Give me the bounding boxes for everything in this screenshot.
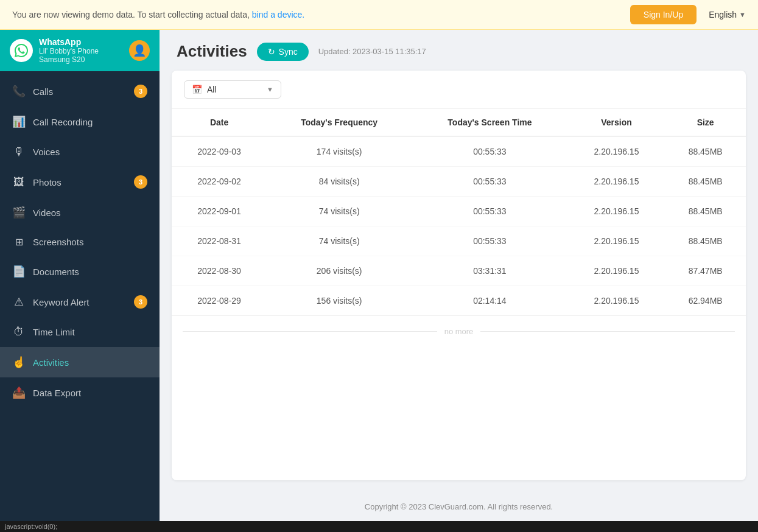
call-recording-icon: 📊	[12, 115, 26, 128]
sidebar-item-activities-label: Activities	[33, 357, 69, 368]
sidebar-item-calls[interactable]: 📞 Calls 3	[0, 76, 160, 107]
cell-version-1: 2.20.196.15	[568, 167, 665, 197]
filter-dropdown[interactable]: 📅 All ▼	[184, 80, 281, 99]
cell-size-0: 88.45MB	[665, 136, 746, 167]
sync-label: Sync	[279, 47, 298, 57]
app-info: WhatsApp Lil' Bobby's Phone Samsung S20	[39, 37, 123, 64]
table-row: 2022-08-30 206 visits(s) 03:31:31 2.20.1…	[172, 256, 746, 286]
sidebar-item-call-recording[interactable]: 📊 Call Recording	[0, 107, 160, 137]
cell-frequency-1: 84 visits(s)	[267, 167, 412, 197]
sidebar-item-videos-label: Videos	[33, 208, 61, 218]
table-row: 2022-09-03 174 visits(s) 00:55:33 2.20.1…	[172, 136, 746, 167]
keyword-alert-badge: 3	[134, 295, 147, 309]
videos-icon: 🎬	[12, 206, 26, 219]
sidebar-item-keyword-alert-label: Keyword Alert	[33, 297, 89, 307]
cell-version-5: 2.20.196.15	[568, 286, 665, 316]
no-more-line-right	[480, 331, 735, 332]
avatar[interactable]: 👤	[129, 40, 150, 61]
col-screen-time: Today's Screen Time	[412, 109, 567, 136]
bind-device-link[interactable]: bind a device.	[252, 10, 304, 19]
language-arrow-icon: ▼	[739, 11, 746, 18]
sidebar-item-videos[interactable]: 🎬 Videos	[0, 197, 160, 228]
top-banner: You are now viewing demo data. To start …	[0, 0, 758, 30]
sidebar-item-photos[interactable]: 🖼 Photos 3	[0, 167, 160, 197]
calendar-icon: 📅	[192, 85, 202, 94]
cell-screen-time-2: 00:55:33	[412, 197, 567, 226]
cell-size-1: 88.45MB	[665, 167, 746, 197]
sidebar-header: WhatsApp Lil' Bobby's Phone Samsung S20 …	[0, 30, 160, 71]
cell-date-2: 2022-09-01	[172, 197, 267, 226]
cell-size-5: 62.94MB	[665, 286, 746, 316]
footer: Copyright © 2023 ClevGuard.com. All righ…	[160, 492, 758, 521]
cell-size-4: 87.47MB	[665, 256, 746, 286]
table-row: 2022-08-29 156 visits(s) 02:14:14 2.20.1…	[172, 286, 746, 316]
cell-frequency-0: 174 visits(s)	[267, 136, 412, 167]
sidebar-nav: 📞 Calls 3 📊 Call Recording 🎙 Voices 🖼 Ph…	[0, 71, 160, 413]
cell-frequency-4: 206 visits(s)	[267, 256, 412, 286]
col-size: Size	[665, 109, 746, 136]
banner-text-static: You are now viewing demo data. To start …	[12, 10, 250, 19]
cell-screen-time-4: 03:31:31	[412, 256, 567, 286]
copyright-text: Copyright © 2023 ClevGuard.com. All righ…	[365, 502, 553, 511]
activities-icon: ☝	[12, 355, 26, 369]
cell-screen-time-5: 02:14:14	[412, 286, 567, 316]
screenshots-icon: ⊞	[12, 236, 26, 248]
sidebar: WhatsApp Lil' Bobby's Phone Samsung S20 …	[0, 30, 160, 521]
photos-badge: 3	[134, 175, 147, 189]
sidebar-item-documents[interactable]: 📄 Documents	[0, 256, 160, 287]
no-more-line-left	[183, 331, 437, 332]
sidebar-item-time-limit[interactable]: ⏱ Time Limit	[0, 317, 160, 347]
sidebar-item-screenshots[interactable]: ⊞ Screenshots	[0, 228, 160, 256]
status-bar: javascript:void(0);	[0, 521, 758, 532]
cell-screen-time-3: 00:55:33	[412, 226, 567, 256]
sidebar-item-photos-label: Photos	[33, 177, 61, 187]
device-line2: Samsung S20	[39, 55, 123, 64]
sidebar-item-keyword-alert[interactable]: ⚠ Keyword Alert 3	[0, 287, 160, 317]
cell-date-3: 2022-08-31	[172, 226, 267, 256]
filter-label: All	[207, 85, 262, 94]
table-toolbar: 📅 All ▼	[172, 71, 746, 109]
status-text: javascript:void(0);	[5, 523, 57, 530]
sidebar-item-data-export[interactable]: 📤 Data Export	[0, 377, 160, 408]
table-row: 2022-08-31 74 visits(s) 00:55:33 2.20.19…	[172, 226, 746, 256]
no-more-text: no more	[444, 327, 474, 336]
sidebar-item-time-limit-label: Time Limit	[33, 327, 75, 337]
dropdown-arrow-icon: ▼	[267, 86, 273, 93]
cell-frequency-5: 156 visits(s)	[267, 286, 412, 316]
table-card: 📅 All ▼ Date Today's Frequency Today's S…	[172, 71, 746, 480]
table-row: 2022-09-02 84 visits(s) 00:55:33 2.20.19…	[172, 167, 746, 197]
col-date: Date	[172, 109, 267, 136]
no-more-indicator: no more	[172, 315, 746, 347]
app-name: WhatsApp	[39, 37, 123, 47]
cell-version-4: 2.20.196.15	[568, 256, 665, 286]
activities-table: Date Today's Frequency Today's Screen Ti…	[172, 109, 746, 315]
banner-right: Sign In/Up English ▼	[630, 5, 746, 24]
cell-date-4: 2022-08-30	[172, 256, 267, 286]
sync-button[interactable]: ↻ Sync	[257, 43, 309, 61]
sidebar-item-data-export-label: Data Export	[33, 388, 81, 398]
photos-icon: 🖼	[12, 176, 26, 189]
keyword-alert-icon: ⚠	[12, 295, 26, 309]
time-limit-icon: ⏱	[12, 326, 26, 338]
sidebar-item-activities[interactable]: ☝ Activities	[0, 347, 160, 377]
cell-screen-time-1: 00:55:33	[412, 167, 567, 197]
cell-date-0: 2022-09-03	[172, 136, 267, 167]
language-selector[interactable]: English ▼	[709, 10, 746, 19]
app-logo	[10, 39, 33, 62]
sign-in-button[interactable]: Sign In/Up	[630, 5, 697, 24]
page-title: Activities	[177, 42, 247, 61]
page-header: Activities ↻ Sync Updated: 2023-03-15 11…	[160, 30, 758, 71]
col-frequency: Today's Frequency	[267, 109, 412, 136]
sidebar-item-call-recording-label: Call Recording	[33, 117, 93, 127]
cell-screen-time-0: 00:55:33	[412, 136, 567, 167]
sidebar-item-calls-label: Calls	[33, 86, 53, 97]
data-export-icon: 📤	[12, 386, 26, 399]
sidebar-item-voices[interactable]: 🎙 Voices	[0, 137, 160, 167]
sidebar-item-screenshots-label: Screenshots	[33, 237, 83, 247]
sync-icon: ↻	[268, 47, 275, 57]
cell-frequency-3: 74 visits(s)	[267, 226, 412, 256]
cell-version-3: 2.20.196.15	[568, 226, 665, 256]
voices-icon: 🎙	[12, 145, 26, 158]
calls-badge: 3	[134, 85, 147, 98]
calls-icon: 📞	[12, 85, 26, 98]
